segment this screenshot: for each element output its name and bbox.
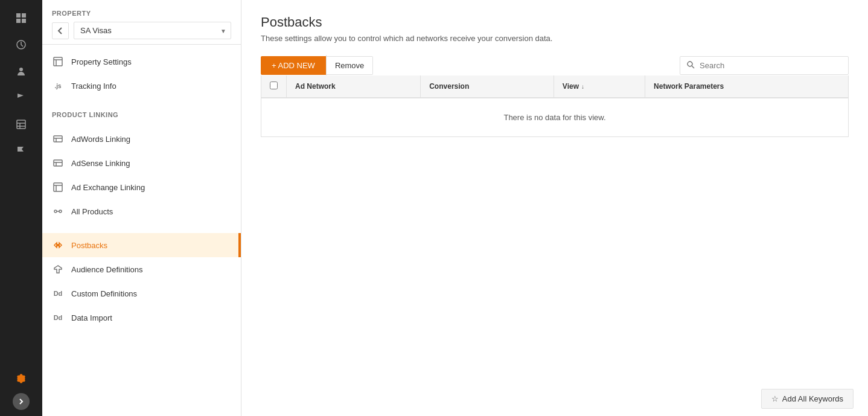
select-all-checkbox[interactable] bbox=[270, 82, 278, 89]
postbacks-icon bbox=[52, 239, 64, 251]
property-settings-icon bbox=[52, 56, 64, 68]
star-icon: ☆ bbox=[771, 394, 779, 403]
property-section: PROPERTY SA Visas ▼ bbox=[42, 0, 241, 45]
svg-rect-19 bbox=[54, 183, 62, 191]
chevron-right-icon[interactable] bbox=[13, 393, 30, 410]
add-new-button[interactable]: + ADD NEW bbox=[261, 56, 326, 75]
sidebar-item-all-products[interactable]: All Products bbox=[42, 199, 241, 223]
adwords-icon bbox=[52, 133, 64, 145]
select-all-header bbox=[261, 75, 287, 98]
icon-bar bbox=[0, 0, 42, 416]
property-label: PROPERTY bbox=[52, 10, 231, 17]
search-icon bbox=[686, 60, 695, 71]
search-input[interactable] bbox=[700, 61, 842, 70]
product-linking-nav: AdWords Linking AdSense Linking Ad Exc bbox=[42, 122, 241, 228]
page-title: Postbacks bbox=[261, 14, 849, 30]
no-data-row: There is no data for this view. bbox=[261, 98, 849, 137]
all-products-label: All Products bbox=[71, 207, 113, 216]
svg-point-25 bbox=[688, 62, 692, 66]
main-content: Postbacks These settings allow you to co… bbox=[241, 0, 868, 416]
ad-network-header: Ad Network bbox=[287, 75, 421, 98]
sidebar-item-ad-exchange-linking[interactable]: Ad Exchange Linking bbox=[42, 175, 241, 199]
svg-rect-2 bbox=[16, 19, 21, 23]
audience-definitions-label: Audience Definitions bbox=[71, 265, 143, 274]
clock-icon[interactable] bbox=[9, 33, 33, 57]
svg-rect-1 bbox=[22, 13, 26, 18]
svg-rect-16 bbox=[54, 160, 62, 166]
table-icon[interactable] bbox=[9, 112, 33, 136]
remove-button[interactable]: Remove bbox=[327, 56, 373, 75]
tracking-info-icon: .js bbox=[52, 80, 64, 92]
ad-exchange-label: Ad Exchange Linking bbox=[71, 183, 145, 192]
sidebar-item-audience-definitions[interactable]: Audience Definitions bbox=[42, 257, 241, 281]
adwords-label: AdWords Linking bbox=[71, 135, 130, 144]
sidebar-item-data-import[interactable]: Dd Data Import bbox=[42, 306, 241, 330]
svg-rect-10 bbox=[54, 57, 62, 66]
tracking-info-label: Tracking Info bbox=[71, 82, 116, 91]
lower-nav: Postbacks Audience Definitions Dd Custom… bbox=[42, 228, 241, 334]
all-products-icon bbox=[52, 205, 64, 217]
custom-definitions-icon: Dd bbox=[52, 287, 64, 299]
gear-icon[interactable] bbox=[9, 366, 33, 391]
audience-definitions-icon bbox=[52, 263, 64, 275]
table-header-row: Ad Network Conversion View ↓ Network Par… bbox=[261, 75, 849, 98]
property-settings-label: Property Settings bbox=[71, 57, 132, 66]
svg-point-22 bbox=[54, 210, 57, 213]
sidebar-item-property-settings[interactable]: Property Settings bbox=[42, 50, 241, 74]
sidebar-item-adwords-linking[interactable]: AdWords Linking bbox=[42, 127, 241, 151]
sort-icon: ↓ bbox=[581, 83, 584, 90]
bottom-bar: ☆ Add All Keywords bbox=[747, 382, 868, 416]
sidebar: PROPERTY SA Visas ▼ Property Setting bbox=[42, 0, 241, 416]
sidebar-nav: Property Settings .js Tracking Info bbox=[42, 45, 241, 103]
svg-line-26 bbox=[692, 66, 694, 68]
page-description: These settings allow you to control whic… bbox=[261, 34, 849, 43]
svg-rect-3 bbox=[22, 19, 26, 23]
sidebar-item-adsense-linking[interactable]: AdSense Linking bbox=[42, 151, 241, 175]
conversion-header: Conversion bbox=[421, 75, 554, 98]
grid-icon[interactable] bbox=[9, 6, 33, 30]
network-parameters-header: Network Parameters bbox=[645, 75, 849, 98]
custom-definitions-label: Custom Definitions bbox=[71, 289, 137, 298]
no-data-cell: There is no data for this view. bbox=[261, 98, 849, 137]
data-import-icon: Dd bbox=[52, 312, 64, 324]
product-linking-heading: PRODUCT LINKING bbox=[42, 103, 241, 122]
postbacks-label: Postbacks bbox=[71, 241, 107, 250]
ad-exchange-icon bbox=[52, 181, 64, 193]
icon-bar-bottom bbox=[9, 366, 33, 410]
search-box bbox=[680, 56, 849, 75]
add-all-keywords-button[interactable]: ☆ Add All Keywords bbox=[761, 389, 854, 409]
data-import-label: Data Import bbox=[71, 313, 112, 322]
sidebar-item-postbacks[interactable]: Postbacks bbox=[42, 233, 241, 257]
person-icon[interactable] bbox=[9, 59, 33, 83]
view-header[interactable]: View ↓ bbox=[554, 75, 645, 98]
sidebar-item-custom-definitions[interactable]: Dd Custom Definitions bbox=[42, 281, 241, 306]
svg-point-5 bbox=[19, 68, 23, 71]
svg-rect-13 bbox=[54, 136, 62, 142]
adsense-icon bbox=[52, 157, 64, 169]
toolbar: + ADD NEW Remove bbox=[261, 55, 849, 75]
data-table: Ad Network Conversion View ↓ Network Par… bbox=[261, 75, 849, 137]
svg-point-23 bbox=[59, 210, 62, 213]
flag-icon[interactable] bbox=[9, 86, 33, 110]
svg-rect-6 bbox=[17, 120, 25, 129]
flag2-icon[interactable] bbox=[9, 139, 33, 163]
property-select-wrapper: SA Visas ▼ bbox=[52, 22, 231, 39]
back-button[interactable] bbox=[52, 22, 69, 39]
sidebar-item-tracking-info[interactable]: .js Tracking Info bbox=[42, 74, 241, 98]
property-select[interactable]: SA Visas bbox=[74, 22, 231, 39]
adsense-label: AdSense Linking bbox=[71, 159, 130, 168]
active-indicator bbox=[238, 233, 241, 257]
svg-rect-0 bbox=[16, 13, 21, 18]
main-inner: Postbacks These settings allow you to co… bbox=[241, 0, 868, 416]
